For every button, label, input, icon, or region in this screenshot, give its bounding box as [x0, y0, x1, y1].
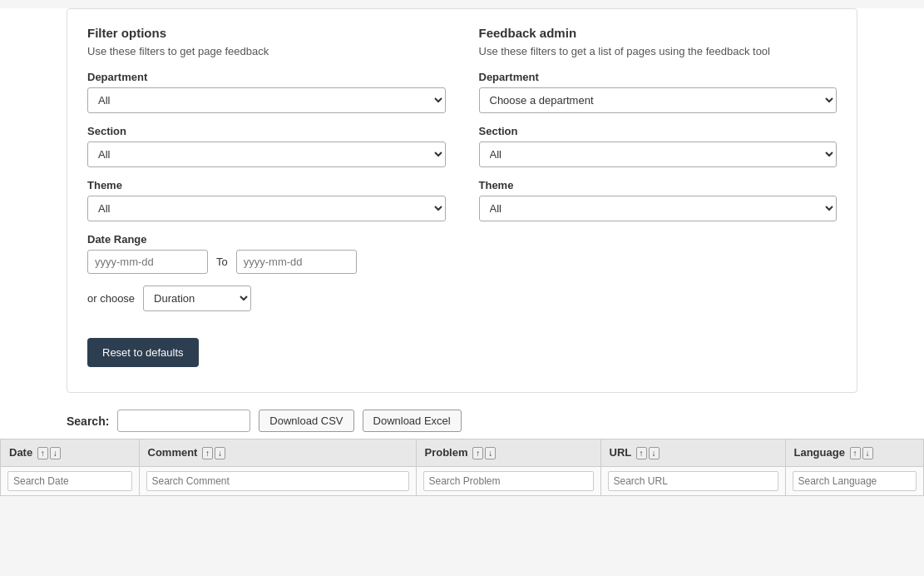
or-choose-row: or choose Duration	[87, 286, 446, 311]
feedback-admin-col: Feedback admin Use these filters to get …	[479, 26, 838, 367]
section-label-right: Section	[479, 125, 838, 137]
theme-select-right[interactable]: All	[479, 196, 838, 221]
col-header-comment: Comment ↑↓	[139, 439, 416, 467]
table-wrapper: Date ↑↓ Comment ↑↓ Problem ↑↓ URL ↑↓	[0, 439, 924, 496]
date-range-row: To	[87, 250, 446, 274]
department-label-left: Department	[87, 71, 446, 83]
search-problem-cell	[416, 467, 600, 496]
col-header-problem: Problem ↑↓	[416, 439, 600, 467]
department-select-left[interactable]: All	[87, 87, 446, 113]
sort-problem-desc-icon[interactable]: ↓	[485, 447, 496, 459]
col-header-url: URL ↑↓	[600, 439, 785, 467]
section-field-left: Section All	[87, 125, 446, 167]
search-comment-input[interactable]	[146, 471, 409, 491]
search-url-cell	[600, 467, 785, 496]
sort-problem-asc-icon[interactable]: ↑	[472, 447, 483, 459]
feedback-table: Date ↑↓ Comment ↑↓ Problem ↑↓ URL ↑↓	[0, 439, 924, 496]
search-url-input[interactable]	[608, 471, 778, 491]
to-label: To	[216, 256, 228, 268]
sort-url-asc-icon[interactable]: ↑	[636, 447, 647, 459]
date-to-input[interactable]	[236, 250, 357, 274]
search-language-input[interactable]	[793, 471, 917, 491]
filter-options-col: Filter options Use these filters to get …	[87, 26, 446, 367]
sort-date-asc-icon[interactable]: ↑	[37, 447, 48, 459]
search-language-cell	[785, 467, 924, 496]
date-from-input[interactable]	[87, 250, 208, 274]
download-csv-button[interactable]: Download CSV	[259, 410, 353, 432]
filter-panel: Filter options Use these filters to get …	[67, 8, 857, 393]
sort-comment-desc-icon[interactable]: ↓	[215, 447, 225, 459]
duration-select[interactable]: Duration	[143, 286, 251, 311]
table-header-row: Date ↑↓ Comment ↑↓ Problem ↑↓ URL ↑↓	[1, 439, 924, 467]
col-label-url: URL	[610, 446, 631, 459]
col-label-comment: Comment	[148, 446, 198, 459]
date-range-field: Date Range To or choose Duration	[87, 233, 446, 311]
filter-options-title: Filter options	[87, 26, 446, 40]
col-header-language: Language ↑↓	[785, 439, 924, 467]
section-field-right: Section All	[479, 125, 838, 167]
table-search-row	[1, 467, 924, 496]
section-label-left: Section	[87, 125, 446, 137]
sort-language-desc-icon[interactable]: ↓	[862, 447, 873, 459]
filter-options-desc: Use these filters to get page feedback	[87, 45, 446, 57]
search-input[interactable]	[117, 410, 250, 432]
section-select-left[interactable]: All	[87, 142, 446, 167]
search-date-cell	[1, 467, 140, 496]
search-bar-row: Search: Download CSV Download Excel	[0, 401, 924, 439]
department-select-right[interactable]: Choose a department	[479, 87, 838, 113]
search-date-input[interactable]	[7, 471, 132, 491]
sort-url-desc-icon[interactable]: ↓	[649, 447, 660, 459]
theme-label-left: Theme	[87, 179, 446, 191]
feedback-admin-title: Feedback admin	[479, 26, 838, 40]
department-field-right: Department Choose a department	[479, 71, 838, 113]
col-header-date: Date ↑↓	[1, 439, 140, 467]
section-select-right[interactable]: All	[479, 142, 838, 167]
col-label-date: Date	[9, 446, 32, 459]
theme-label-right: Theme	[479, 179, 838, 191]
col-label-language: Language	[794, 446, 845, 459]
feedback-admin-desc: Use these filters to get a list of pages…	[479, 45, 838, 57]
sort-date-desc-icon[interactable]: ↓	[50, 447, 61, 459]
main-container: Filter options Use these filters to get …	[0, 8, 924, 496]
reset-defaults-button[interactable]: Reset to defaults	[87, 338, 199, 367]
or-choose-label: or choose	[87, 292, 135, 305]
col-label-problem: Problem	[425, 446, 468, 459]
department-field-left: Department All	[87, 71, 446, 113]
date-range-label: Date Range	[87, 233, 446, 246]
sort-language-asc-icon[interactable]: ↑	[850, 447, 861, 459]
search-label: Search:	[67, 415, 109, 428]
theme-select-left[interactable]: All	[87, 196, 446, 221]
download-excel-button[interactable]: Download Excel	[363, 410, 462, 432]
search-comment-cell	[139, 467, 416, 496]
department-label-right: Department	[479, 71, 838, 83]
sort-comment-asc-icon[interactable]: ↑	[202, 447, 213, 459]
search-problem-input[interactable]	[423, 471, 594, 491]
theme-field-left: Theme All	[87, 179, 446, 221]
theme-field-right: Theme All	[479, 179, 838, 221]
